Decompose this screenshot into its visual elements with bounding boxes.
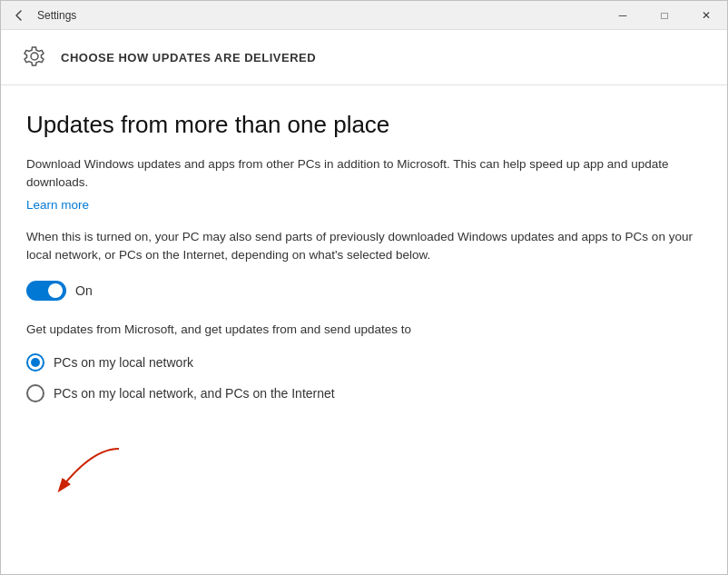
gear-icon <box>23 45 48 70</box>
maximize-button[interactable]: □ <box>644 1 685 30</box>
settings-window: Settings ─ □ ✕ CHOOSE HOW UPDATES ARE DE… <box>0 0 728 575</box>
on-off-toggle[interactable] <box>26 281 66 301</box>
toggle-row: On <box>26 281 702 301</box>
toggle-label: On <box>75 283 93 298</box>
minimize-button[interactable]: ─ <box>602 1 644 30</box>
page-title: Updates from more than one place <box>26 111 702 139</box>
updates-description: Get updates from Microsoft, and get upda… <box>26 321 702 339</box>
window-controls: ─ □ ✕ <box>602 1 727 30</box>
title-bar-left: Settings <box>8 5 76 26</box>
title-bar: Settings ─ □ ✕ <box>1 1 727 30</box>
header-title: CHOOSE HOW UPDATES ARE DELIVERED <box>61 51 316 64</box>
back-button[interactable] <box>8 5 30 26</box>
close-button[interactable]: ✕ <box>685 1 727 30</box>
radio-button-local[interactable] <box>26 353 44 372</box>
toggle-thumb <box>48 283 63 298</box>
content-area: Updates from more than one place Downloa… <box>1 85 727 574</box>
radio-option-internet[interactable]: PCs on my local network, and PCs on the … <box>26 384 702 402</box>
radio-selected-dot <box>31 358 40 367</box>
toggle-track <box>26 281 66 301</box>
radio-label-local: PCs on my local network <box>54 355 193 370</box>
radio-option-local[interactable]: PCs on my local network <box>26 353 702 372</box>
secondary-description: When this is turned on, your PC may also… <box>26 228 702 265</box>
window-title: Settings <box>37 9 76 22</box>
radio-label-internet: PCs on my local network, and PCs on the … <box>54 386 335 401</box>
radio-button-internet[interactable] <box>26 384 44 402</box>
arrow-annotation <box>28 440 137 512</box>
page-header: CHOOSE HOW UPDATES ARE DELIVERED <box>1 30 727 85</box>
main-description: Download Windows updates and apps from o… <box>26 155 702 193</box>
learn-more-link[interactable]: Learn more <box>26 198 89 212</box>
